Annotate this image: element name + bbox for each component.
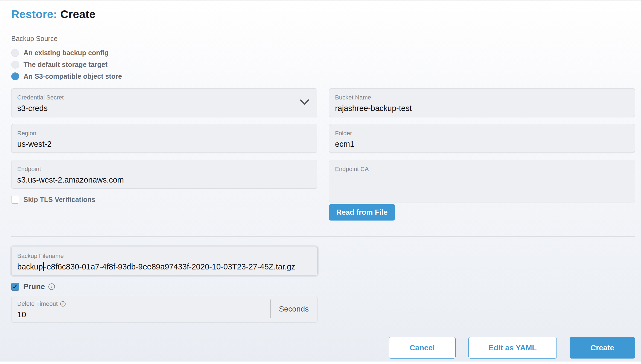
- edit-as-yaml-button[interactable]: Edit as YAML: [468, 337, 557, 359]
- endpoint-label: Endpoint: [17, 166, 311, 173]
- radio-button-icon[interactable]: [11, 49, 19, 57]
- delete-timeout-info-icon[interactable]: i: [60, 301, 66, 307]
- skip-tls-row[interactable]: Skip TLS Verifications: [11, 196, 317, 204]
- radio-option-label: The default storage target: [24, 61, 107, 69]
- endpoint-value: s3.us-west-2.amazonaws.com: [17, 175, 311, 184]
- radio-option-existing-backup-config[interactable]: An existing backup config: [11, 47, 635, 59]
- restore-create-form: Restore: Create Backup Source An existin…: [0, 0, 641, 359]
- skip-tls-label: Skip TLS Verifications: [24, 196, 95, 204]
- prune-info-icon[interactable]: i: [48, 283, 55, 290]
- page-title: Restore: Create: [11, 8, 635, 21]
- backup-source-label: Backup Source: [11, 34, 635, 43]
- bucket-name-value: rajashree-backup-test: [335, 104, 629, 113]
- section-divider: [11, 236, 635, 237]
- folder-label: Folder: [335, 130, 629, 137]
- credential-secret-select[interactable]: Credential Secret s3-creds: [11, 88, 317, 117]
- filename-before-caret: backup: [17, 262, 43, 271]
- create-button[interactable]: Create: [570, 337, 635, 359]
- delete-timeout-label: Delete Timeout: [17, 300, 58, 307]
- text-caret: [43, 262, 44, 271]
- chevron-down-icon[interactable]: [300, 99, 310, 106]
- endpoint-cell: Endpoint s3.us-west-2.amazonaws.com Skip…: [11, 160, 317, 221]
- endpoint-ca-label: Endpoint CA: [335, 166, 629, 173]
- read-from-file-button[interactable]: Read from File: [329, 204, 395, 221]
- form-actions: Cancel Edit as YAML Create: [11, 337, 635, 359]
- s3-config-grid: Credential Secret s3-creds Bucket Name r…: [11, 88, 635, 221]
- radio-option-label: An existing backup config: [24, 49, 109, 57]
- backup-filename-field[interactable]: Backup Filename backup-e8f6c830-01a7-4f8…: [11, 247, 317, 275]
- region-label: Region: [17, 130, 311, 137]
- radio-option-s3-object-store[interactable]: An S3-compatible object store: [11, 71, 635, 82]
- endpoint-ca-field[interactable]: Endpoint CA: [329, 160, 635, 202]
- delete-timeout-main: Delete Timeout i 10: [11, 296, 270, 322]
- backup-filename-value: backup-e8f6c830-01a7-4f8f-93db-9ee89a974…: [17, 262, 311, 271]
- bottom-edge-strip: [0, 362, 641, 364]
- credential-secret-value: s3-creds: [17, 104, 311, 113]
- endpoint-ca-cell: Endpoint CA Read from File: [329, 160, 635, 221]
- endpoint-field[interactable]: Endpoint s3.us-west-2.amazonaws.com: [11, 160, 317, 189]
- cancel-button[interactable]: Cancel: [389, 337, 456, 359]
- page-title-mode: Create: [60, 8, 96, 20]
- region-field[interactable]: Region us-west-2: [11, 124, 317, 153]
- region-value: us-west-2: [17, 139, 311, 149]
- prune-checkbox[interactable]: ✓: [11, 283, 19, 291]
- folder-value: ecm1: [335, 139, 629, 149]
- delete-timeout-unit: Seconds: [270, 300, 317, 318]
- prune-row[interactable]: ✓ Prune i: [11, 282, 635, 291]
- delete-timeout-field[interactable]: Delete Timeout i 10 Seconds: [11, 296, 317, 322]
- bucket-name-label: Bucket Name: [335, 94, 629, 101]
- page-title-resource: Restore:: [11, 8, 57, 20]
- skip-tls-checkbox[interactable]: [11, 196, 19, 204]
- bucket-name-field[interactable]: Bucket Name rajashree-backup-test: [329, 88, 635, 117]
- backup-source-radio-group: An existing backup config The default st…: [11, 47, 635, 82]
- radio-option-default-storage-target[interactable]: The default storage target: [11, 59, 635, 71]
- backup-filename-label: Backup Filename: [17, 253, 311, 260]
- radio-button-selected-icon[interactable]: [11, 72, 19, 80]
- delete-timeout-value: 10: [17, 310, 270, 319]
- folder-field[interactable]: Folder ecm1: [329, 124, 635, 153]
- radio-button-icon[interactable]: [11, 61, 19, 69]
- filename-after-caret: -e8f6c830-01a7-4f8f-93db-9ee89a97433f-20…: [44, 262, 295, 271]
- radio-option-label: An S3-compatible object store: [24, 72, 122, 80]
- prune-label: Prune: [23, 282, 45, 291]
- credential-secret-label: Credential Secret: [17, 94, 311, 101]
